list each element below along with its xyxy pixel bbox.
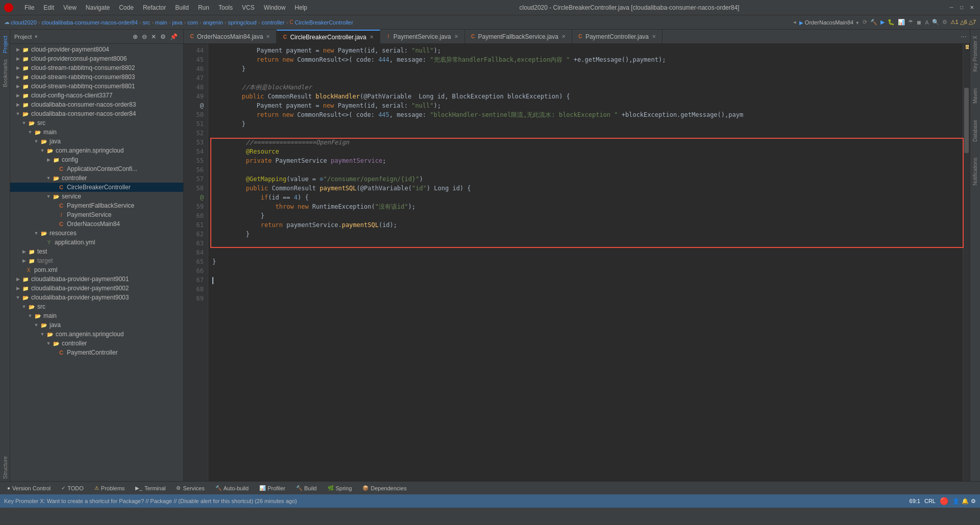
project-panel-icon[interactable]: Project bbox=[1, 34, 10, 55]
key-promoter-icon[interactable]: Key Promoter X bbox=[971, 34, 979, 74]
bottom-tab-vc[interactable]: ● Version Control bbox=[2, 482, 56, 494]
breadcrumb-angenin[interactable]: angenin bbox=[203, 19, 223, 26]
tree-item-resources[interactable]: ▼ 📂 resources bbox=[10, 229, 183, 238]
tabs-overflow[interactable]: ⋯ bbox=[958, 33, 970, 40]
breadcrumb-controller[interactable]: controller bbox=[261, 19, 284, 26]
tree-item-src9003[interactable]: ▼ 📂 src bbox=[10, 302, 183, 311]
tree-item-src[interactable]: ▼ 📂 src bbox=[10, 118, 183, 128]
bottom-tab-deps[interactable]: 📦 Dependencies bbox=[357, 482, 411, 494]
breadcrumb-com[interactable]: com bbox=[187, 19, 198, 26]
bottom-tab-terminal[interactable]: ▶_ Terminal bbox=[130, 482, 170, 494]
tree-item-nacos-client[interactable]: ▶ 📁 cloud-config-nacos-client3377 bbox=[10, 91, 183, 100]
tree-item-order83[interactable]: ▶ 📁 cloudalibaba-consumer-nacos-order83 bbox=[10, 100, 183, 109]
run-config-dropdown[interactable]: ▶ OrderNacosMain84 ▼ bbox=[799, 19, 860, 26]
bookmarks-panel-icon[interactable]: Bookmarks bbox=[1, 57, 10, 89]
menu-file[interactable]: File bbox=[20, 3, 38, 12]
structure-panel-icon[interactable]: Structure bbox=[1, 454, 10, 481]
tree-item-payment8006[interactable]: ▶ 📁 cloud-providerconsul-payment8006 bbox=[10, 54, 183, 63]
tree-item-main9003[interactable]: ▼ 📂 main bbox=[10, 311, 183, 320]
menu-vcs[interactable]: VCS bbox=[238, 3, 259, 12]
menu-code[interactable]: Code bbox=[115, 3, 138, 12]
translate-icon[interactable]: Α bbox=[925, 19, 928, 26]
tab-paymentfallback[interactable]: C PaymentFallbackService.java ✕ bbox=[465, 30, 572, 44]
breadcrumb-file[interactable]: CircleBreakerController bbox=[295, 19, 353, 26]
tree-item-controller9003[interactable]: ▼ 📂 controller bbox=[10, 339, 183, 348]
bottom-tab-build[interactable]: 🔨 Build bbox=[291, 482, 322, 494]
tab-paymentcontroller[interactable]: C PaymentController.java ✕ bbox=[572, 30, 663, 44]
tree-item-payment9003[interactable]: ▼ 📂 cloudalibaba-provider-payment9003 bbox=[10, 293, 183, 302]
build-icon[interactable]: 🔨 bbox=[870, 19, 877, 26]
database-icon[interactable]: Database bbox=[971, 118, 979, 144]
run-icon[interactable]: ▶ bbox=[880, 19, 885, 26]
tree-item-consumer8801[interactable]: ▶ 📁 cloud-stream-rabbitmq-consumer8801 bbox=[10, 82, 183, 91]
breadcrumb-main[interactable]: main bbox=[155, 19, 167, 26]
scroll-indicator[interactable]: ⚠ bbox=[963, 44, 970, 481]
menu-refactor[interactable]: Refactor bbox=[139, 3, 170, 12]
tree-item-main[interactable]: ▼ 📂 main bbox=[10, 128, 183, 137]
sync-icon[interactable]: ⟳ bbox=[863, 19, 867, 26]
tree-item-paymentservice[interactable]: I PaymentService bbox=[10, 210, 183, 219]
tree-item-paymentcontroller[interactable]: C PaymentController bbox=[10, 348, 183, 357]
tree-item-service[interactable]: ▼ 📂 service bbox=[10, 192, 183, 201]
tree-item-package[interactable]: ▼ 📂 com.angenin.springcloud bbox=[10, 146, 183, 155]
menu-run[interactable]: Run bbox=[194, 3, 213, 12]
tree-item-consumer8802[interactable]: ▶ 📁 cloud-stream-rabbitmq-consumer8802 bbox=[10, 63, 183, 72]
search-icon[interactable]: 🔍 bbox=[932, 19, 939, 26]
settings-icon[interactable]: ⚙ bbox=[942, 19, 947, 26]
notifications-icon[interactable]: Notifications bbox=[971, 156, 979, 187]
tree-item-package9003[interactable]: ▼ 📂 com.angenin.springcloud bbox=[10, 330, 183, 339]
tab-close-active-icon[interactable]: ✕ bbox=[369, 34, 375, 40]
menu-build[interactable]: Build bbox=[171, 3, 193, 12]
tab-ordermain[interactable]: C OrderNacosMain84.java ✕ bbox=[184, 30, 277, 44]
bottom-tab-services[interactable]: ⚙ Services bbox=[171, 482, 209, 494]
bottom-tab-problems[interactable]: ⚠ Problems bbox=[89, 482, 130, 494]
breadcrumb-project[interactable]: cloud2020 bbox=[11, 19, 37, 26]
tree-item-payment8004[interactable]: ▶ 📁 cloud-provider-payment8004 bbox=[10, 45, 183, 54]
tree-item-config[interactable]: ▶ 📁 config bbox=[10, 155, 183, 164]
bottom-tab-autobuild[interactable]: 🔨 Auto-build bbox=[210, 482, 254, 494]
close-button[interactable]: ✕ bbox=[968, 4, 976, 12]
menu-navigate[interactable]: Navigate bbox=[82, 3, 114, 12]
debug-icon[interactable]: 🐛 bbox=[888, 19, 895, 26]
tree-item-controller[interactable]: ▼ 📂 controller bbox=[10, 173, 183, 183]
tree-item-target[interactable]: ▶ 📁 target bbox=[10, 256, 183, 265]
code-area[interactable]: Payment payment = new Payment(id, serial… bbox=[208, 44, 970, 481]
menu-tools[interactable]: Tools bbox=[214, 3, 237, 12]
tab-close-icon[interactable]: ✕ bbox=[265, 34, 271, 39]
bottom-tab-profiler[interactable]: 📊 Profiler bbox=[254, 482, 290, 494]
maven-icon[interactable]: Maven bbox=[971, 86, 979, 106]
coverage-icon[interactable]: ☂ bbox=[908, 19, 913, 26]
menu-edit[interactable]: Edit bbox=[39, 3, 58, 12]
tab-close-pf-icon[interactable]: ✕ bbox=[560, 34, 567, 39]
bottom-tab-todo[interactable]: ✓ TODO bbox=[56, 482, 89, 494]
tree-item-paymentfallback[interactable]: C PaymentFallbackService bbox=[10, 201, 183, 210]
menu-help[interactable]: Help bbox=[290, 3, 311, 12]
breadcrumb-src[interactable]: src bbox=[142, 19, 150, 26]
toolbar-nav-back[interactable]: ◂ bbox=[793, 19, 796, 26]
tree-item-appyml[interactable]: Y application.yml bbox=[10, 238, 183, 247]
close-sidebar-icon[interactable]: ✕ bbox=[150, 33, 158, 41]
tree-item-appconfig[interactable]: C ApplicationContextConfi... bbox=[10, 164, 183, 173]
profile-icon[interactable]: 📊 bbox=[898, 19, 905, 26]
bottom-tab-spring[interactable]: 🌿 Spring bbox=[323, 482, 357, 494]
tree-item-pom[interactable]: X pom.xml bbox=[10, 265, 183, 274]
stop-icon[interactable]: ⏹ bbox=[916, 19, 922, 26]
tree-item-java[interactable]: ▼ 📂 java bbox=[10, 137, 183, 146]
status-message[interactable]: Key Promoter X: Want to create a shortcu… bbox=[4, 498, 297, 504]
tree-item-payment9002[interactable]: ▶ 📁 cloudalibaba-provider-payment9002 bbox=[10, 284, 183, 293]
tree-item-order84[interactable]: ▼ 📂 cloudalibaba-consumer-nacos-order84 bbox=[10, 109, 183, 118]
tab-close-pc-icon[interactable]: ✕ bbox=[651, 34, 657, 39]
tree-item-java9003[interactable]: ▼ 📂 java bbox=[10, 320, 183, 330]
tab-circlebreaker[interactable]: C CircleBreakerController.java ✕ bbox=[277, 30, 380, 44]
menu-window[interactable]: Window bbox=[260, 3, 290, 12]
tab-close-ps-icon[interactable]: ✕ bbox=[453, 34, 459, 39]
expand-all-icon[interactable]: ⊕ bbox=[131, 33, 139, 41]
tree-item-consumer8803[interactable]: ▶ 📁 cloud-stream-rabbitmq-consumer8803 bbox=[10, 72, 183, 82]
tree-item-test[interactable]: ▶ 📁 test bbox=[10, 247, 183, 256]
breadcrumb-module[interactable]: cloudalibaba-consumer-nacos-order84 bbox=[41, 19, 137, 26]
tab-paymentservice[interactable]: I PaymentService.java ✕ bbox=[380, 30, 465, 44]
tree-item-circlebreaker[interactable]: C CircleBreakerController bbox=[10, 183, 183, 192]
minimize-button[interactable]: ─ bbox=[947, 4, 955, 12]
breadcrumb-springcloud[interactable]: springcloud bbox=[228, 19, 256, 26]
tree-item-ordermain[interactable]: C OrderNacosMain84 bbox=[10, 219, 183, 229]
